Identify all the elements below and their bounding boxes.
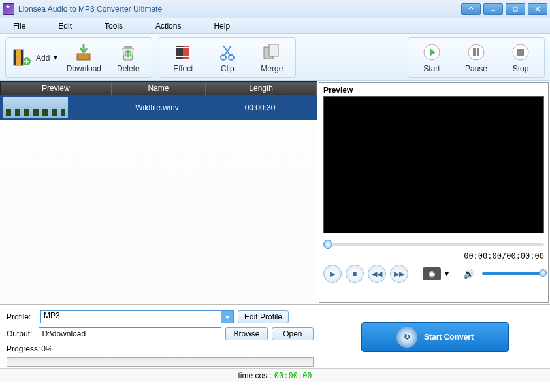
progress-label: Progress: [7, 344, 40, 353]
rewind-button[interactable]: ◀◀ [368, 265, 386, 283]
chevron-down-icon: ▾ [221, 311, 233, 323]
svg-rect-16 [269, 44, 278, 56]
svg-rect-12 [176, 56, 189, 57]
preview-pane: Preview 00:00:00/00:00:00 ▶ ■ ◀◀ ▶▶ ◉ ▾ … [319, 82, 549, 303]
svg-point-14 [229, 55, 234, 60]
profile-label: Profile: [7, 312, 37, 321]
stop-button[interactable]: Stop [502, 42, 539, 73]
start-button[interactable]: Start [413, 42, 450, 73]
toolbar-group-file: Add ▾ Download Delete [5, 37, 152, 78]
output-path-input[interactable] [39, 327, 221, 340]
convert-label: Start Convert [424, 333, 474, 342]
snapshot-dropdown[interactable]: ▾ [445, 269, 449, 278]
snapshot-button[interactable]: ◉ [423, 267, 441, 280]
playback-controls: ▶ ■ ◀◀ ▶▶ ◉ ▾ 🔊 [323, 265, 544, 283]
svg-rect-11 [176, 47, 189, 48]
add-label: Add [36, 54, 50, 63]
film-add-icon [11, 47, 32, 68]
svg-rect-19 [473, 48, 476, 56]
toolbar-group-play: Start Pause Stop [408, 37, 545, 78]
maximize-button[interactable] [506, 3, 525, 15]
row-length: 00:00:30 [204, 103, 315, 112]
seek-slider[interactable] [323, 240, 544, 249]
stop-label: Stop [513, 64, 529, 73]
clip-button[interactable]: Clip [209, 42, 246, 73]
pause-icon [466, 42, 487, 63]
video-canvas[interactable] [323, 96, 544, 233]
delete-label: Delete [117, 64, 140, 73]
add-button[interactable]: Add ▾ [11, 47, 57, 68]
file-list-pane: Preview Name Length Wildlife.wmv 00:00:3… [0, 81, 317, 304]
header-length[interactable]: Length [206, 82, 317, 95]
pause-button[interactable]: Pause [458, 42, 494, 73]
chevron-down-icon: ▾ [54, 53, 57, 62]
download-icon [73, 42, 94, 63]
recycle-icon [118, 42, 138, 63]
menu-actions[interactable]: Actions [155, 22, 181, 31]
menu-help[interactable]: Help [214, 22, 230, 31]
header-name[interactable]: Name [112, 82, 206, 95]
camera-icon: ◉ [429, 269, 435, 278]
open-button[interactable]: Open [272, 327, 314, 340]
svg-rect-22 [517, 49, 524, 56]
menu-edit[interactable]: Edit [58, 22, 72, 31]
volume-slider[interactable] [482, 272, 544, 275]
bottom-panel: Profile: MP3 ▾ Edit Profile Output: Brow… [0, 304, 550, 368]
toolbar: Add ▾ Download Delete Effect Clip Merge … [0, 34, 550, 81]
merge-button[interactable]: Merge [253, 42, 290, 73]
window-controls [461, 3, 547, 15]
timecost-label: time cost: [238, 371, 271, 380]
menu-file[interactable]: File [13, 22, 25, 31]
svg-rect-3 [14, 50, 16, 65]
merge-label: Merge [261, 64, 283, 73]
row-thumbnail [3, 97, 68, 118]
output-settings: Profile: MP3 ▾ Edit Profile Output: Brow… [0, 305, 320, 368]
delete-button[interactable]: Delete [110, 42, 146, 73]
svg-point-18 [468, 44, 484, 60]
header-preview[interactable]: Preview [1, 82, 112, 95]
main-area: Preview Name Length Wildlife.wmv 00:00:3… [0, 81, 550, 304]
convert-area: ↻ Start Convert [320, 305, 550, 368]
svg-rect-1 [513, 7, 517, 11]
menu-bar: File Edit Tools Actions Help [0, 18, 550, 34]
title-bar: Lionsea Audio to MP3 Converter Ultimate [0, 0, 550, 18]
convert-icon: ↻ [396, 327, 417, 348]
download-button[interactable]: Download [65, 42, 102, 73]
play-icon [421, 42, 442, 63]
timecode: 00:00:00/00:00:00 [323, 252, 544, 261]
profile-value: MP3 [44, 311, 60, 320]
stop-icon [510, 42, 531, 63]
minimize-button[interactable] [483, 3, 503, 15]
svg-rect-4 [21, 50, 23, 65]
forward-button[interactable]: ▶▶ [390, 265, 408, 283]
timecost-value: 00:00:00 [274, 371, 312, 380]
play-button[interactable]: ▶ [323, 265, 342, 283]
scissors-icon [217, 42, 238, 63]
edit-profile-button[interactable]: Edit Profile [238, 310, 289, 323]
effect-button[interactable]: Effect [165, 42, 201, 73]
clip-label: Clip [221, 64, 235, 73]
effect-label: Effect [173, 64, 193, 73]
menu-tools[interactable]: Tools [105, 22, 123, 31]
output-label: Output: [7, 329, 35, 338]
toolbar-group-edit: Effect Clip Merge [159, 37, 296, 78]
status-bar: time cost: 00:00:00 [0, 368, 550, 382]
list-header: Preview Name Length [0, 81, 317, 95]
window-title: Lionsea Audio to MP3 Converter Ultimate [18, 5, 162, 14]
volume-icon[interactable]: 🔊 [463, 269, 474, 279]
start-label: Start [423, 64, 440, 73]
progress-value: 0% [41, 344, 52, 353]
row-name: Wildlife.wmv [110, 103, 204, 112]
merge-icon [261, 42, 282, 63]
close-button[interactable] [528, 3, 547, 15]
pin-button[interactable] [461, 3, 481, 15]
svg-point-13 [221, 55, 226, 60]
app-icon [3, 3, 14, 15]
start-convert-button[interactable]: ↻ Start Convert [361, 322, 509, 352]
svg-rect-7 [124, 46, 132, 48]
list-row[interactable]: Wildlife.wmv 00:00:30 [0, 95, 317, 120]
browse-button[interactable]: Browse [225, 327, 267, 340]
stop-playback-button[interactable]: ■ [346, 265, 364, 283]
preview-title: Preview [323, 86, 544, 95]
profile-combo[interactable]: MP3 ▾ [40, 310, 234, 323]
